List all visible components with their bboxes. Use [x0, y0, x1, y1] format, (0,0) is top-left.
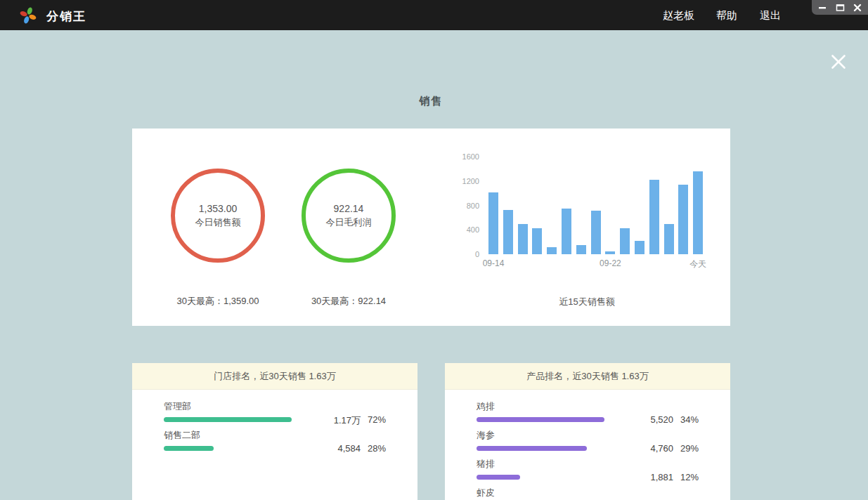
ranking-row: 海参4,76029%	[477, 430, 699, 458]
menu-help[interactable]: 帮助	[716, 9, 737, 22]
today-sales-circle: 1,353.00 今日销售额	[171, 169, 265, 263]
chart-title: 近15天销售额	[517, 296, 657, 308]
app-title: 分销王	[46, 8, 86, 25]
product-ranking-card: 产品排名，近30天销售 1.63万 鸡排5,52034%海参4,76029%猪排…	[445, 363, 730, 500]
ranking-progress-bar	[164, 417, 292, 422]
ranking-row-percent: 34%	[676, 414, 699, 425]
sales-bar	[576, 245, 586, 254]
product-ranking-header: 产品排名，近30天销售 1.63万	[445, 363, 730, 390]
store-ranking-body: 管理部1.17万72%销售二部4,58428%	[132, 390, 417, 458]
sales-bar	[620, 228, 630, 254]
y-axis-tick-label: 1600	[451, 152, 479, 162]
y-axis-tick-label: 400	[451, 225, 479, 235]
menu-logout[interactable]: 退出	[760, 9, 781, 22]
today-profit-label: 今日毛利润	[326, 216, 372, 230]
today-sales-value: 1,353.00	[199, 202, 238, 216]
sales-bar	[664, 224, 674, 254]
window-controls	[812, 0, 868, 15]
sales-bar	[635, 241, 644, 254]
store-ranking-header: 门店排名，近30天销售 1.63万	[132, 363, 417, 390]
sales-bar	[678, 185, 688, 254]
sales-bar	[591, 211, 601, 254]
sales-bar	[503, 210, 513, 254]
product-ranking-body: 鸡排5,52034%海参4,76029%猪排1,88112%虾皮	[445, 390, 730, 500]
today-profit-value: 922.14	[334, 202, 364, 216]
ranking-row-percent: 28%	[363, 443, 386, 454]
ranking-row-label: 虾皮	[477, 487, 495, 498]
ranking-row-value: 1,881	[610, 472, 673, 482]
ranking-progress-bar	[164, 446, 214, 451]
ranking-row: 猪排1,88112%	[477, 459, 699, 487]
sales-bar	[518, 224, 528, 254]
today-profit-circle: 922.14 今日毛利润	[302, 169, 396, 263]
sales-summary-panel: 1,353.00 今日销售额 922.14 今日毛利润 30天最高：1,359.…	[132, 129, 730, 326]
page-title: 销售	[132, 95, 730, 108]
titlebar: 分销王 赵老板 帮助 退出	[0, 0, 868, 30]
store-ranking-card: 门店排名，近30天销售 1.63万 管理部1.17万72%销售二部4,58428…	[132, 363, 417, 500]
ranking-row-percent: 12%	[676, 472, 699, 482]
today-sales-label: 今日销售额	[195, 216, 241, 230]
ranking-row-value: 4,584	[297, 443, 361, 454]
ranking-row: 销售二部4,58428%	[164, 430, 386, 458]
ranking-row: 虾皮	[477, 487, 699, 500]
ranking-progress-bar	[477, 417, 604, 422]
minimize-button[interactable]	[815, 0, 829, 15]
ranking-row-label: 猪排	[477, 459, 495, 469]
ranking-row: 鸡排5,52034%	[477, 401, 699, 429]
sales-bar	[562, 209, 571, 254]
ranking-progress-bar	[477, 446, 587, 451]
sales-30day-max: 30天最高：1,359.00	[162, 295, 274, 308]
ranking-row: 管理部1.17万72%	[164, 401, 386, 429]
y-axis-tick-label: 1200	[451, 176, 479, 186]
ranking-row-percent: 29%	[676, 443, 699, 454]
ranking-row-value: 5,520	[610, 414, 673, 425]
ranking-row-label: 销售二部	[164, 430, 200, 440]
x-axis-tick-label: 今天	[677, 258, 719, 270]
ranking-progress-bar	[477, 475, 520, 480]
app-logo-pinwheel-icon	[19, 6, 37, 25]
y-axis-tick-label: 0	[451, 249, 479, 259]
y-axis-tick-label: 800	[451, 201, 479, 211]
sales-bar	[547, 247, 557, 254]
close-button[interactable]	[850, 0, 864, 15]
ranking-row-percent: 72%	[363, 414, 386, 425]
ranking-row-label: 管理部	[164, 401, 191, 412]
x-axis-tick-label: 09-14	[472, 258, 514, 268]
ranking-row-value: 1.17万	[297, 414, 361, 427]
menu-user-account[interactable]: 赵老板	[663, 9, 694, 22]
x-axis-tick-label: 09-22	[589, 258, 631, 268]
overlay-close-icon[interactable]	[829, 53, 848, 71]
sales-bar	[532, 228, 542, 254]
sales-bar	[605, 251, 615, 254]
profit-30day-max: 30天最高：922.14	[292, 295, 405, 308]
ranking-row-label: 海参	[477, 430, 495, 440]
ranking-row-value: 4,760	[610, 443, 673, 454]
sales-bar	[693, 171, 703, 254]
ranking-row-label: 鸡排	[477, 401, 495, 412]
maximize-button[interactable]	[833, 0, 847, 15]
sales-bar	[488, 192, 498, 254]
sales-bar	[649, 180, 659, 254]
